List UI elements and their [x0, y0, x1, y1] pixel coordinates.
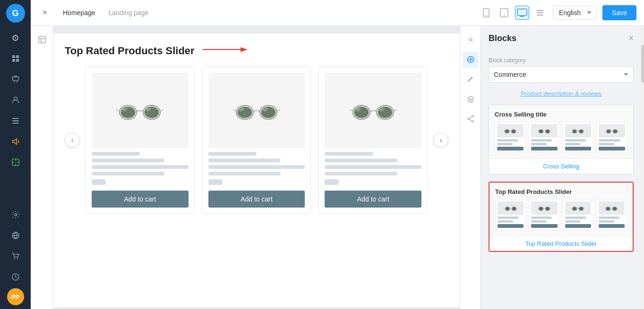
product-card: Add to cart — [86, 67, 195, 214]
svg-rect-8 — [12, 120, 19, 121]
svg-line-39 — [233, 109, 236, 111]
right-panel-close[interactable]: × — [628, 33, 634, 43]
svg-point-69 — [573, 130, 576, 133]
rp-icon-share[interactable] — [463, 111, 479, 127]
language-select[interactable]: English French German — [553, 6, 597, 20]
slider-prev[interactable]: ‹ — [65, 133, 80, 148]
rating-placeholder — [325, 179, 339, 185]
device-mobile[interactable] — [479, 6, 493, 20]
add-to-cart-button[interactable]: Add to cart — [92, 191, 189, 208]
right-panel-body: Block category Commerce Layout Text Medi… — [481, 50, 641, 309]
mini-card — [563, 199, 593, 230]
product-slider: ‹ — [65, 67, 448, 214]
svg-point-11 — [14, 214, 17, 216]
svg-point-28 — [121, 107, 135, 118]
svg-line-31 — [116, 109, 120, 111]
sidebar-item-pages[interactable] — [5, 49, 26, 68]
device-list[interactable] — [533, 6, 547, 20]
device-icons — [479, 6, 547, 20]
device-tablet[interactable] — [497, 6, 511, 20]
svg-point-77 — [506, 207, 509, 210]
placeholder-line — [325, 172, 397, 175]
svg-marker-26 — [240, 47, 248, 52]
svg-point-85 — [573, 207, 576, 210]
svg-line-58 — [469, 117, 472, 119]
tab-homepage[interactable]: Homepage — [57, 6, 101, 19]
placeholder-line — [92, 165, 189, 169]
tab-landing-page[interactable]: Landing page — [103, 6, 155, 19]
block-item-title: Top Rated Products Slider — [495, 188, 627, 195]
rp-icon-layers[interactable] — [463, 91, 479, 107]
add-to-cart-button[interactable]: Add to cart — [325, 191, 421, 208]
block-item-label: Top Rated Products Slider — [489, 236, 633, 251]
svg-point-5 — [16, 82, 17, 83]
sidebar-item-cart[interactable] — [5, 247, 26, 266]
svg-line-59 — [469, 119, 472, 121]
svg-point-71 — [580, 130, 583, 133]
rp-icon-edit[interactable] — [463, 71, 479, 87]
svg-point-13 — [14, 259, 15, 259]
right-panel-header: Blocks × — [481, 26, 641, 50]
close-button[interactable]: × — [38, 6, 52, 19]
svg-point-56 — [472, 121, 473, 123]
svg-rect-1 — [16, 55, 19, 58]
user-avatar[interactable]: PP — [7, 288, 24, 305]
sidebar-item-dashboard[interactable]: ⊙ — [5, 28, 26, 47]
svg-rect-23 — [537, 15, 543, 16]
mini-products — [495, 199, 627, 230]
sidebar-item-globe[interactable] — [5, 226, 26, 245]
sidebar-item-megaphone[interactable] — [5, 132, 26, 151]
product-image — [208, 73, 305, 148]
svg-point-87 — [579, 207, 583, 210]
svg-point-67 — [546, 130, 549, 133]
add-to-cart-button[interactable]: Add to cart — [208, 191, 305, 208]
block-item-cross-selling[interactable]: Cross Selling title — [489, 105, 634, 174]
svg-point-61 — [505, 130, 508, 133]
device-desktop[interactable] — [515, 6, 529, 20]
mini-card — [563, 122, 594, 153]
rp-icon-gear[interactable] — [463, 32, 479, 48]
save-button[interactable]: Save — [602, 5, 636, 20]
svg-rect-9 — [12, 123, 19, 124]
canvas-sidebar-layout[interactable] — [34, 32, 50, 48]
canvas-area: Top Rated Products Slider ‹ — [53, 26, 460, 309]
mini-card — [529, 122, 560, 153]
product-description-link[interactable]: Product description & reviews — [489, 90, 634, 97]
left-sidebar: G ⊙ PP — [0, 0, 31, 309]
app-logo[interactable]: G — [6, 4, 25, 23]
product-card: Add to cart — [202, 67, 311, 214]
sidebar-item-puzzle[interactable] — [5, 153, 26, 172]
block-category-select[interactable]: Commerce Layout Text Media — [489, 67, 634, 83]
rp-icon-plus[interactable] — [463, 51, 479, 67]
svg-point-91 — [613, 207, 617, 210]
block-category-label: Block category — [489, 57, 634, 64]
sidebar-item-shop[interactable] — [5, 70, 26, 89]
placeholder-line — [92, 159, 164, 162]
rating-placeholder — [208, 179, 223, 185]
svg-point-46 — [378, 107, 392, 118]
svg-rect-7 — [12, 118, 19, 119]
product-cards: Add to cart — [86, 67, 428, 214]
sidebar-item-lists[interactable] — [5, 111, 26, 130]
mini-img — [531, 124, 558, 137]
product-image — [92, 73, 189, 148]
mini-img — [565, 124, 592, 137]
slider-next[interactable]: › — [433, 133, 448, 148]
mini-img — [599, 201, 625, 215]
product-info — [208, 152, 305, 175]
right-panel-scrollbar[interactable] — [641, 26, 644, 309]
scrollbar-thumb[interactable] — [641, 45, 644, 83]
svg-point-63 — [512, 130, 515, 133]
svg-line-40 — [277, 109, 280, 111]
block-item-top-rated[interactable]: Top Rated Products Slider — [489, 182, 634, 252]
content-row: Top Rated Products Slider ‹ — [31, 26, 644, 309]
sidebar-item-settings[interactable] — [5, 205, 26, 224]
topbar: × Homepage Landing page English French G… — [31, 0, 644, 26]
svg-line-47 — [350, 109, 353, 111]
svg-rect-0 — [12, 55, 15, 58]
placeholder-line — [208, 172, 281, 175]
mini-products — [495, 122, 627, 153]
sidebar-item-history[interactable] — [5, 267, 26, 286]
svg-point-81 — [539, 207, 542, 210]
sidebar-item-users[interactable] — [5, 91, 26, 109]
